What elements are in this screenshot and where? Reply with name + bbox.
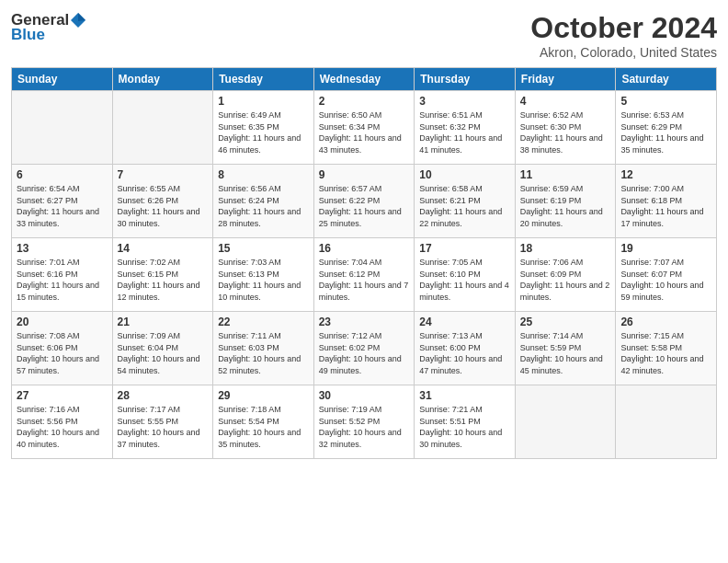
location: Akron, Colorado, United States <box>530 45 717 60</box>
cell-details: Sunrise: 7:14 AM Sunset: 5:59 PM Dayligh… <box>520 330 611 376</box>
calendar-cell <box>616 385 717 459</box>
calendar-cell: 14Sunrise: 7:02 AM Sunset: 6:15 PM Dayli… <box>112 238 213 312</box>
day-number: 12 <box>620 168 711 181</box>
calendar-cell: 17Sunrise: 7:05 AM Sunset: 6:10 PM Dayli… <box>415 238 516 312</box>
calendar-cell: 20Sunrise: 7:08 AM Sunset: 6:06 PM Dayli… <box>12 312 113 385</box>
cell-details: Sunrise: 7:11 AM Sunset: 6:03 PM Dayligh… <box>218 330 309 376</box>
cell-details: Sunrise: 6:58 AM Sunset: 6:21 PM Dayligh… <box>419 183 510 229</box>
calendar-cell: 28Sunrise: 7:17 AM Sunset: 5:55 PM Dayli… <box>112 385 213 459</box>
day-number: 11 <box>520 168 611 181</box>
calendar-cell: 23Sunrise: 7:12 AM Sunset: 6:02 PM Dayli… <box>313 312 415 385</box>
cell-details: Sunrise: 6:59 AM Sunset: 6:19 PM Dayligh… <box>520 183 611 229</box>
calendar-cell: 26Sunrise: 7:15 AM Sunset: 5:58 PM Dayli… <box>616 312 717 385</box>
day-number: 24 <box>419 316 510 328</box>
calendar-week-5: 27Sunrise: 7:16 AM Sunset: 5:56 PM Dayli… <box>12 385 717 459</box>
col-saturday: Saturday <box>616 68 717 91</box>
cell-details: Sunrise: 7:19 AM Sunset: 5:52 PM Dayligh… <box>319 404 410 450</box>
cell-details: Sunrise: 7:18 AM Sunset: 5:54 PM Dayligh… <box>218 404 309 450</box>
cell-details: Sunrise: 6:55 AM Sunset: 6:26 PM Dayligh… <box>118 183 209 229</box>
day-number: 5 <box>620 95 711 108</box>
calendar-cell: 22Sunrise: 7:11 AM Sunset: 6:03 PM Dayli… <box>213 312 314 385</box>
cell-details: Sunrise: 7:09 AM Sunset: 6:04 PM Dayligh… <box>118 330 209 376</box>
cell-details: Sunrise: 6:50 AM Sunset: 6:34 PM Dayligh… <box>319 109 410 155</box>
calendar-cell: 9Sunrise: 6:57 AM Sunset: 6:22 PM Daylig… <box>313 165 415 238</box>
day-number: 10 <box>419 168 510 181</box>
calendar-cell: 31Sunrise: 7:21 AM Sunset: 5:51 PM Dayli… <box>415 385 516 459</box>
col-monday: Monday <box>112 68 213 91</box>
calendar-week-2: 6Sunrise: 6:54 AM Sunset: 6:27 PM Daylig… <box>12 165 717 238</box>
cell-details: Sunrise: 6:49 AM Sunset: 6:35 PM Dayligh… <box>218 109 309 155</box>
day-number: 7 <box>118 168 209 181</box>
calendar-cell: 18Sunrise: 7:06 AM Sunset: 6:09 PM Dayli… <box>515 238 616 312</box>
calendar-cell: 13Sunrise: 7:01 AM Sunset: 6:16 PM Dayli… <box>12 238 113 312</box>
calendar-week-3: 13Sunrise: 7:01 AM Sunset: 6:16 PM Dayli… <box>12 238 717 312</box>
calendar-week-1: 1Sunrise: 6:49 AM Sunset: 6:35 PM Daylig… <box>12 91 717 165</box>
logo: General Blue <box>11 11 87 44</box>
calendar: Sunday Monday Tuesday Wednesday Thursday… <box>11 67 717 459</box>
calendar-cell: 3Sunrise: 6:51 AM Sunset: 6:32 PM Daylig… <box>415 91 516 165</box>
svg-marker-1 <box>78 13 85 21</box>
cell-details: Sunrise: 7:03 AM Sunset: 6:13 PM Dayligh… <box>218 257 309 303</box>
calendar-cell: 10Sunrise: 6:58 AM Sunset: 6:21 PM Dayli… <box>415 165 516 238</box>
cell-details: Sunrise: 6:56 AM Sunset: 6:24 PM Dayligh… <box>218 183 309 229</box>
calendar-cell <box>12 91 113 165</box>
day-number: 18 <box>520 242 611 255</box>
cell-details: Sunrise: 6:54 AM Sunset: 6:27 PM Dayligh… <box>17 183 108 229</box>
cell-details: Sunrise: 7:17 AM Sunset: 5:55 PM Dayligh… <box>118 404 209 450</box>
cell-details: Sunrise: 7:06 AM Sunset: 6:09 PM Dayligh… <box>520 257 611 303</box>
day-number: 22 <box>218 316 309 328</box>
calendar-cell: 21Sunrise: 7:09 AM Sunset: 6:04 PM Dayli… <box>112 312 213 385</box>
cell-details: Sunrise: 6:51 AM Sunset: 6:32 PM Dayligh… <box>419 109 510 155</box>
col-sunday: Sunday <box>12 68 113 91</box>
col-friday: Friday <box>515 68 616 91</box>
cell-details: Sunrise: 7:07 AM Sunset: 6:07 PM Dayligh… <box>620 257 711 303</box>
day-number: 3 <box>419 95 510 108</box>
calendar-cell: 29Sunrise: 7:18 AM Sunset: 5:54 PM Dayli… <box>213 385 314 459</box>
cell-details: Sunrise: 7:01 AM Sunset: 6:16 PM Dayligh… <box>17 257 108 303</box>
calendar-cell: 24Sunrise: 7:13 AM Sunset: 6:00 PM Dayli… <box>415 312 516 385</box>
calendar-cell: 19Sunrise: 7:07 AM Sunset: 6:07 PM Dayli… <box>616 238 717 312</box>
logo-blue: Blue <box>11 26 45 44</box>
title-section: October 2024 Akron, Colorado, United Sta… <box>530 11 717 60</box>
cell-details: Sunrise: 7:05 AM Sunset: 6:10 PM Dayligh… <box>419 257 510 303</box>
day-number: 31 <box>419 389 510 402</box>
calendar-cell: 5Sunrise: 6:53 AM Sunset: 6:29 PM Daylig… <box>616 91 717 165</box>
calendar-cell: 15Sunrise: 7:03 AM Sunset: 6:13 PM Dayli… <box>213 238 314 312</box>
col-tuesday: Tuesday <box>213 68 314 91</box>
calendar-cell: 11Sunrise: 6:59 AM Sunset: 6:19 PM Dayli… <box>515 165 616 238</box>
calendar-cell: 12Sunrise: 7:00 AM Sunset: 6:18 PM Dayli… <box>616 165 717 238</box>
calendar-cell: 27Sunrise: 7:16 AM Sunset: 5:56 PM Dayli… <box>12 385 113 459</box>
day-number: 20 <box>17 316 108 328</box>
day-number: 27 <box>17 389 108 402</box>
day-number: 19 <box>620 242 711 255</box>
logo-icon <box>70 12 86 29</box>
cell-details: Sunrise: 6:57 AM Sunset: 6:22 PM Dayligh… <box>319 183 410 229</box>
cell-details: Sunrise: 7:12 AM Sunset: 6:02 PM Dayligh… <box>319 330 410 376</box>
day-number: 8 <box>218 168 309 181</box>
calendar-cell <box>515 385 616 459</box>
day-number: 29 <box>218 389 309 402</box>
cell-details: Sunrise: 7:04 AM Sunset: 6:12 PM Dayligh… <box>319 257 410 303</box>
cell-details: Sunrise: 6:52 AM Sunset: 6:30 PM Dayligh… <box>520 109 611 155</box>
header: General Blue October 2024 Akron, Colorad… <box>11 11 717 60</box>
day-number: 14 <box>118 242 209 255</box>
day-number: 17 <box>419 242 510 255</box>
day-number: 26 <box>620 316 711 328</box>
day-number: 13 <box>17 242 108 255</box>
cell-details: Sunrise: 7:15 AM Sunset: 5:58 PM Dayligh… <box>620 330 711 376</box>
cell-details: Sunrise: 7:21 AM Sunset: 5:51 PM Dayligh… <box>419 404 510 450</box>
day-number: 21 <box>118 316 209 328</box>
col-wednesday: Wednesday <box>313 68 415 91</box>
day-number: 6 <box>17 168 108 181</box>
cell-details: Sunrise: 6:53 AM Sunset: 6:29 PM Dayligh… <box>620 109 711 155</box>
calendar-cell: 2Sunrise: 6:50 AM Sunset: 6:34 PM Daylig… <box>313 91 415 165</box>
calendar-cell: 1Sunrise: 6:49 AM Sunset: 6:35 PM Daylig… <box>213 91 314 165</box>
day-number: 30 <box>319 389 410 402</box>
day-number: 4 <box>520 95 611 108</box>
cell-details: Sunrise: 7:02 AM Sunset: 6:15 PM Dayligh… <box>118 257 209 303</box>
day-number: 2 <box>319 95 410 108</box>
cell-details: Sunrise: 7:13 AM Sunset: 6:00 PM Dayligh… <box>419 330 510 376</box>
day-number: 23 <box>319 316 410 328</box>
calendar-cell: 25Sunrise: 7:14 AM Sunset: 5:59 PM Dayli… <box>515 312 616 385</box>
cell-details: Sunrise: 7:00 AM Sunset: 6:18 PM Dayligh… <box>620 183 711 229</box>
